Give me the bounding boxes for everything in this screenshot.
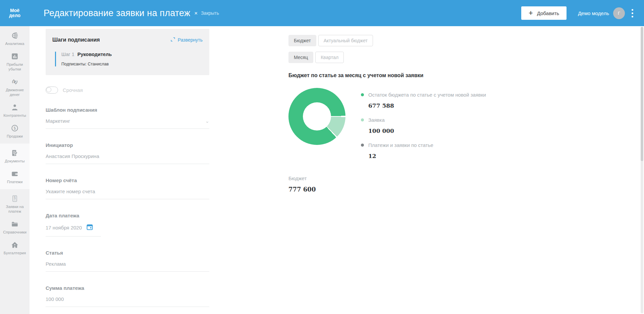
- page-title: Редактирование заявки на платеж: [44, 8, 190, 18]
- svg-text:S: S: [13, 196, 16, 200]
- chevron-down-icon: ⌄: [205, 120, 209, 122]
- legend-label: Платежи и заявки по статье: [368, 142, 433, 148]
- budget-total-label: Бюджет: [288, 175, 496, 181]
- scrollbar-thumb[interactable]: [641, 27, 643, 161]
- step-signers: Подписанты: Станислав: [61, 62, 203, 66]
- sidebar-item-profit-loss[interactable]: Прибыли убытки: [0, 49, 30, 74]
- money-flow-icon: ₽: [10, 77, 19, 86]
- sidebar-item-documents[interactable]: Документы: [0, 146, 30, 166]
- donut-chart: [288, 88, 345, 145]
- urgent-label: Срочная: [63, 87, 83, 93]
- field-value: Маркетинг: [46, 118, 70, 124]
- step-number: Шаг 1: [61, 52, 74, 57]
- close-label[interactable]: Закрыть: [201, 10, 219, 16]
- scrollbar-track[interactable]: [641, 27, 643, 313]
- sidebar-section-bottom: S Заявки на платеж Справочники Бухгалтер…: [0, 189, 30, 260]
- payment-date-input[interactable]: 17 ноября 2020: [46, 224, 101, 237]
- sidebar-item-payments[interactable]: Платежи: [0, 166, 30, 187]
- sales-icon: $: [10, 124, 19, 133]
- add-button[interactable]: + Добавить: [521, 6, 567, 20]
- invoice-number-input[interactable]: Укажите номер счета: [46, 189, 209, 199]
- profit-loss-icon: [10, 52, 19, 61]
- payments-icon: [10, 169, 19, 178]
- sidebar-item-accounting[interactable]: Бухгалтерия: [0, 238, 30, 258]
- field-payment-date: Дата платежа 17 ноября 2020: [46, 213, 209, 237]
- account-menu[interactable]: Демо модель Г: [578, 7, 635, 19]
- sidebar: Аналитика Прибыли убытки ₽ Движение дене…: [0, 26, 30, 314]
- sidebar-item-label: Движение денег: [1, 88, 29, 97]
- legend-dot: [361, 144, 364, 147]
- analytics-icon: [10, 31, 19, 40]
- sidebar-item-label: Контрагенты: [3, 113, 26, 118]
- sidebar-item-analytics[interactable]: Аналитика: [0, 28, 30, 49]
- sidebar-item-counterparties[interactable]: Контрагенты: [0, 100, 30, 121]
- account-name[interactable]: Демо модель: [578, 10, 609, 16]
- sidebar-item-payment-requests[interactable]: S Заявки на платеж: [0, 191, 30, 217]
- sidebar-item-label: Документы: [5, 159, 24, 163]
- accounting-icon: [10, 241, 19, 249]
- sidebar-item-sales[interactable]: $ Продажи: [0, 121, 30, 142]
- logo-line1: Моё: [0, 8, 30, 13]
- legend-dot: [361, 118, 364, 121]
- tab-budget[interactable]: Бюджет: [288, 35, 316, 46]
- legend-label: Остаток бюджета по статье с учетом новой…: [368, 92, 486, 98]
- sidebar-item-directories[interactable]: Справочники: [0, 217, 30, 238]
- documents-icon: [10, 149, 19, 157]
- chart-legend: Остаток бюджета по статье с учетом новой…: [361, 88, 486, 167]
- app-window: Моё дело Редактирование заявки на платеж…: [0, 0, 644, 314]
- signing-template-select[interactable]: Маркетинг ⌄: [46, 118, 209, 129]
- kebab-menu-icon[interactable]: [630, 8, 635, 19]
- legend-value: 100 000: [368, 127, 486, 134]
- step-role: Руководитель: [77, 52, 112, 57]
- payment-amount-input[interactable]: 100 000: [46, 296, 209, 307]
- tab-actual-budget[interactable]: Актуальный бюджет: [318, 35, 373, 46]
- payment-request-form: Шаги подписания Развернуть Шаг 1 Руковод…: [46, 29, 209, 314]
- sidebar-item-label: Заявки на платеж: [1, 204, 29, 214]
- sidebar-section-top: Аналитика Прибыли убытки ₽ Движение дене…: [0, 26, 30, 144]
- field-value: Реклама: [46, 261, 66, 267]
- sidebar-item-label: Продажи: [7, 134, 23, 139]
- urgent-toggle-row: Срочная: [46, 87, 209, 94]
- legend-item-request: Заявка 100 000: [361, 117, 486, 134]
- legend-dot: [361, 93, 364, 96]
- sidebar-item-label: Прибыли убытки: [1, 62, 29, 71]
- legend-item-payments-count: Платежи и заявки по статье 12: [361, 142, 486, 159]
- field-value: 100 000: [46, 296, 64, 302]
- article-input[interactable]: Реклама: [46, 261, 209, 272]
- close-button[interactable]: × Закрыть: [194, 10, 219, 16]
- field-label: Сумма платежа: [46, 285, 209, 291]
- field-signing-template: Шаблон подписания Маркетинг ⌄: [46, 107, 209, 129]
- field-value: Анастасия Проскурина: [46, 153, 99, 159]
- urgent-toggle[interactable]: [46, 87, 58, 94]
- sidebar-item-money-flow[interactable]: ₽ Движение денег: [0, 74, 30, 100]
- signing-steps-title: Шаги подписания: [52, 37, 100, 43]
- field-label: Номер счёта: [46, 177, 209, 183]
- svg-text:₽: ₽: [13, 80, 16, 84]
- close-icon[interactable]: ×: [194, 10, 198, 16]
- header-bar: Моё дело Редактирование заявки на платеж…: [0, 0, 644, 26]
- tab-quarter[interactable]: Квартал: [315, 52, 344, 63]
- expand-button[interactable]: Развернуть: [170, 37, 203, 43]
- sidebar-item-label: Справочники: [3, 230, 26, 234]
- counterparties-icon: [10, 103, 19, 112]
- step-indicator: Шаг 1 Руководитель Подписанты: Станислав: [55, 52, 203, 66]
- field-label: Дата платежа: [46, 213, 209, 218]
- sidebar-item-label: Бухгалтерия: [4, 251, 26, 255]
- sidebar-item-label: Аналитика: [5, 41, 24, 46]
- calendar-icon[interactable]: [87, 224, 93, 231]
- svg-text:$: $: [13, 126, 16, 130]
- payment-requests-icon: S: [10, 194, 19, 203]
- expand-icon: [170, 37, 175, 43]
- field-article: Статья Реклама: [46, 250, 209, 272]
- directories-icon: [10, 220, 19, 228]
- tab-month[interactable]: Месяц: [288, 52, 313, 63]
- avatar[interactable]: Г: [613, 7, 625, 19]
- logo[interactable]: Моё дело: [0, 8, 30, 18]
- plus-icon: +: [529, 9, 533, 17]
- legend-value: 12: [368, 153, 486, 159]
- budget-view-tabs: Бюджет Актуальный бюджет: [288, 35, 496, 46]
- initiator-input[interactable]: Анастасия Проскурина: [46, 153, 209, 164]
- field-label: Шаблон подписания: [46, 107, 209, 113]
- field-value: 17 ноября 2020: [46, 225, 82, 230]
- sidebar-section-documents: Документы Платежи: [0, 144, 30, 189]
